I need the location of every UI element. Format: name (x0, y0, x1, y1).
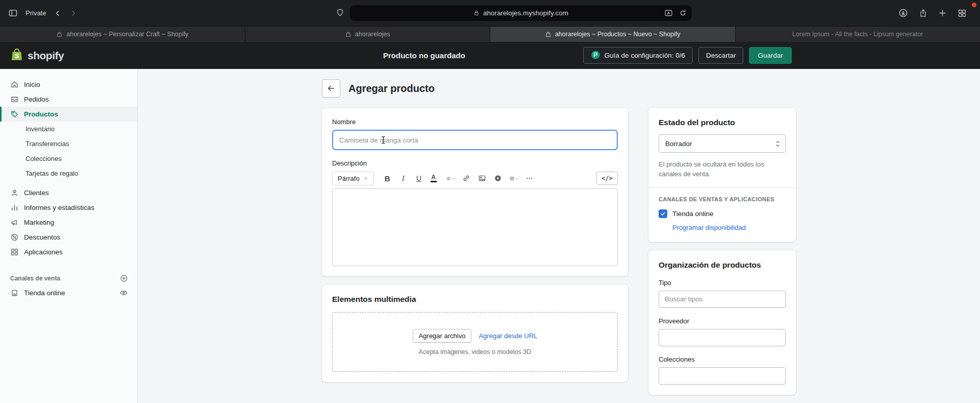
add-file-button[interactable]: Agregar archivo (413, 329, 472, 343)
insert-image-icon[interactable] (475, 171, 490, 185)
share-icon[interactable] (919, 8, 927, 18)
product-details-card: Nombre Descripción Párrafo (322, 108, 628, 276)
organization-card-title: Organización de productos (659, 260, 786, 270)
discard-button[interactable]: Descartar (698, 47, 744, 64)
online-store-label: Tienda online (672, 210, 714, 218)
shopify-bag-icon: S (10, 48, 23, 64)
product-type-input[interactable] (659, 291, 786, 308)
vendor-input[interactable] (659, 329, 786, 346)
text-cursor-icon (381, 136, 386, 146)
setup-guide-icon (591, 50, 600, 61)
media-hint: Acepta imágenes, videos o modelos 3D (419, 348, 531, 355)
lock-icon (473, 10, 480, 16)
sidebar-item-online-store[interactable]: Tienda online (0, 286, 137, 300)
svg-text:S: S (15, 52, 19, 59)
home-icon (10, 80, 19, 89)
tab-overview-icon[interactable] (958, 9, 967, 18)
browser-tab-storefront[interactable]: ahorarelojes (245, 27, 491, 42)
sales-channels-header: Canales de venta (10, 275, 60, 282)
bold-icon[interactable]: B (380, 171, 395, 185)
browser-nav-controls: Private (8, 0, 78, 26)
status-card-title: Estado del producto (659, 118, 786, 127)
schedule-availability-link[interactable]: Programar disponibilidad (672, 224, 746, 231)
media-dropzone[interactable]: Agregar archivo Agregar desde URL Acepta… (332, 312, 618, 372)
sidebar-item-descuentos[interactable]: Descuentos (0, 230, 137, 245)
products-tag-icon (10, 110, 19, 118)
name-label: Nombre (332, 118, 618, 126)
browser-tab-new-product[interactable]: ahorarelojes ~ Productos ~ Nuevo ~ Shopi… (490, 27, 736, 42)
sidebar-item-tarjetas-de-regalo[interactable]: Tarjetas de regalo (0, 166, 137, 181)
new-tab-icon[interactable] (938, 9, 947, 17)
shopify-topbar: S shopify Producto no guardado Guía de c… (0, 42, 980, 69)
browser-chrome: Private ahorarelojes.myshopify.com (0, 0, 980, 26)
sidebar-item-clientes[interactable]: Clientes (0, 185, 137, 200)
link-icon[interactable] (459, 171, 474, 185)
media-card: Elementos multimedia Agregar archivo Agr… (322, 285, 628, 382)
setup-guide-button[interactable]: Guía de configuración: 0/6 (583, 47, 693, 64)
alignment-icon[interactable] (443, 171, 458, 185)
sidebar-item-inicio[interactable]: Inicio (0, 77, 137, 92)
recording-indicator-dot (972, 3, 976, 7)
reload-icon[interactable] (679, 9, 687, 17)
collections-input[interactable] (659, 367, 786, 385)
setup-guide-label: Guía de configuración: 0/6 (605, 52, 685, 59)
status-select[interactable]: Borrador (659, 134, 786, 153)
back-icon[interactable] (54, 9, 62, 17)
insert-video-icon[interactable] (491, 171, 506, 185)
translate-icon[interactable] (664, 9, 673, 17)
sidebar-item-transferencias[interactable]: Transferencias (0, 136, 137, 151)
text-color-icon[interactable]: A (428, 171, 442, 185)
channels-subheading: CANALES DE VENTAS Y APLICACIONES (659, 196, 786, 202)
shopify-favicon (345, 31, 351, 38)
product-name-input[interactable] (332, 130, 618, 150)
browser-tab-lorem-ipsum[interactable]: Lorem Ipsum - All the facts - Lipsum gen… (736, 27, 980, 42)
select-arrows-icon (775, 140, 780, 147)
editor-toolbar: Párrafo B I U A (332, 171, 618, 185)
url-bar[interactable]: ahorarelojes.myshopify.com (350, 5, 692, 21)
more-options-icon[interactable] (522, 171, 537, 185)
sidebar-item-informes[interactable]: Informes y estadísticas (0, 200, 137, 215)
tab-title: Lorem Ipsum - All the facts - Lipsum gen… (792, 31, 923, 38)
paragraph-style-dropdown[interactable]: Párrafo (332, 172, 374, 185)
underline-icon[interactable]: U (412, 171, 426, 185)
sidebar-item-productos[interactable]: Productos (0, 107, 137, 122)
sidebar-item-pedidos[interactable]: Pedidos (0, 92, 137, 107)
shopify-favicon (56, 31, 63, 38)
screen: Private ahorarelojes.myshopify.com (0, 0, 980, 403)
sales-channels-section: Canales de venta (0, 271, 137, 286)
sidebar-item-colecciones[interactable]: Colecciones (0, 151, 137, 166)
tab-title: ahorarelojes ~ Productos ~ Nuevo ~ Shopi… (555, 31, 681, 38)
orders-icon (10, 95, 19, 104)
sidebar-toggle-icon[interactable] (8, 8, 18, 18)
media-card-title: Elementos multimedia (332, 295, 618, 304)
sidebar-item-aplicaciones[interactable]: Aplicaciones (0, 245, 137, 259)
sidebar-item-inventario[interactable]: Inventario (0, 122, 137, 136)
add-channel-icon[interactable] (120, 274, 128, 282)
url-bar-actions (664, 5, 687, 21)
sidebar-item-marketing[interactable]: Marketing (0, 215, 137, 230)
shopify-logo[interactable]: S shopify (10, 42, 64, 69)
description-editor[interactable] (332, 188, 618, 266)
browser-tab-personalizar[interactable]: ahorarelojes ~ Personalizar Craft ~ Shop… (0, 27, 245, 42)
status-hint: El producto se ocultará en todos los can… (659, 160, 786, 179)
main-content: Agregar producto Nombre (138, 69, 980, 403)
browser-toolbar-actions (898, 0, 967, 26)
italic-icon[interactable]: I (396, 171, 411, 185)
tab-title: ahorarelojes ~ Personalizar Craft ~ Shop… (66, 31, 188, 38)
eye-icon[interactable] (119, 289, 128, 297)
save-button[interactable]: Guardar (749, 47, 792, 64)
back-button[interactable] (322, 79, 340, 98)
tab-title: ahorarelojes (355, 31, 390, 38)
downloads-icon[interactable] (898, 8, 908, 18)
add-from-url-link[interactable]: Agregar desde URL (479, 332, 537, 340)
shield-icon[interactable] (336, 8, 344, 19)
online-store-checkbox[interactable] (659, 209, 667, 218)
collections-label: Colecciones (659, 355, 786, 363)
forward-icon[interactable] (69, 9, 78, 17)
divider (648, 187, 796, 188)
page-header: Agregar producto (322, 79, 796, 98)
insert-table-icon[interactable] (507, 171, 521, 185)
url-text: ahorarelojes.myshopify.com (483, 9, 568, 17)
code-view-button[interactable]: </> (596, 172, 618, 185)
customers-icon (10, 188, 19, 197)
